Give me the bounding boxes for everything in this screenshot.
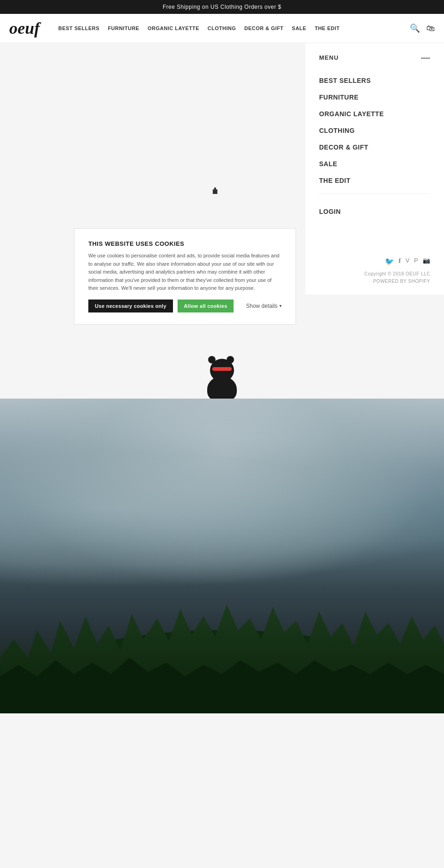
nav-furniture[interactable]: FURNITURE — [108, 25, 139, 31]
overlay-menu-header: MENU — — [319, 52, 430, 63]
cookie-buttons: Use necessary cookies only Allow all coo… — [88, 300, 282, 312]
logo[interactable]: oeuf — [9, 19, 40, 38]
nav-best-sellers[interactable]: BEST SELLERS — [58, 25, 99, 31]
header-icons: 🔍 🛍 — [410, 23, 435, 33]
twitter-icon[interactable]: 🐦 — [385, 257, 394, 266]
top-banner: Free Shipping on US Clothing Orders over… — [0, 0, 444, 14]
menu-item-best-sellers[interactable]: BEST SELLERS — [319, 72, 430, 89]
bear-area — [0, 343, 444, 399]
cookie-notice: THIS WEBSITE USES COOKIES We use cookies… — [74, 228, 296, 325]
tree-silhouette — [0, 584, 444, 713]
main-content: MENU — BEST SELLERS FURNITURE ORGANIC LA… — [0, 43, 444, 205]
allow-all-cookies-button[interactable]: Allow all cookies — [178, 300, 234, 312]
nav-clothing[interactable]: CLOTHING — [208, 25, 236, 31]
bear-glasses — [212, 367, 232, 371]
bottom-space — [0, 713, 444, 806]
menu-divider — [319, 194, 430, 194]
social-icons: 🐦 f V P 📷 — [319, 257, 430, 266]
banner-text: Free Shipping on US Clothing Orders over… — [163, 4, 281, 10]
cookie-title: THIS WEBSITE USES COOKIES — [88, 240, 282, 247]
instagram-icon[interactable]: 📷 — [423, 257, 430, 266]
nav-sale[interactable]: SALE — [292, 25, 306, 31]
menu-item-organic-layette[interactable]: ORGANIC LAYETTE — [319, 106, 430, 122]
use-necessary-cookies-button[interactable]: Use necessary cookies only — [88, 300, 173, 312]
overlay-menu: MENU — BEST SELLERS FURNITURE ORGANIC LA… — [305, 43, 444, 294]
menu-title: MENU — [319, 54, 339, 61]
bear-body — [207, 376, 237, 402]
cart-icon[interactable]: 🛍 — [426, 24, 435, 33]
menu-items-list: BEST SELLERS FURNITURE ORGANIC LAYETTE C… — [319, 72, 430, 189]
menu-item-login[interactable]: LOGIN — [319, 203, 430, 220]
nav-the-edit[interactable]: THE EDIT — [314, 25, 339, 31]
copyright: Copyright © 2018 OEUF LLC POWERED BY SHO… — [319, 270, 430, 285]
menu-item-decor-gift[interactable]: DECOR & GIFT — [319, 139, 430, 156]
fog-layer-2 — [0, 430, 444, 587]
nav-organic-layette[interactable]: ORGANIC LAYETTE — [148, 25, 199, 31]
cookie-text: We use cookies to personalise content an… — [88, 252, 282, 293]
pinterest-icon[interactable]: P — [414, 257, 418, 266]
header: oeuf BEST SELLERS FURNITURE ORGANIC LAYE… — [0, 14, 444, 43]
facebook-icon[interactable]: f — [399, 257, 401, 266]
main-nav: BEST SELLERS FURNITURE ORGANIC LAYETTE C… — [58, 25, 340, 31]
menu-close-button[interactable]: — — [421, 52, 430, 63]
bear-figure — [204, 352, 240, 399]
menu-item-clothing[interactable]: CLOTHING — [319, 122, 430, 139]
powered-by: POWERED BY SHOPIFY — [319, 278, 430, 285]
chevron-down-icon: ▾ — [279, 303, 282, 308]
show-details-button[interactable]: Show details ▾ — [246, 303, 282, 309]
menu-item-the-edit[interactable]: THE EDIT — [319, 172, 430, 189]
bear-indicator-left — [213, 187, 217, 196]
copyright-text: Copyright © 2018 OEUF LLC — [319, 270, 430, 278]
menu-item-furniture[interactable]: FURNITURE — [319, 89, 430, 106]
landscape-image — [0, 399, 444, 713]
nav-decor-gift[interactable]: DECOR & GIFT — [244, 25, 284, 31]
menu-item-sale[interactable]: SALE — [319, 156, 430, 172]
search-icon[interactable]: 🔍 — [410, 23, 420, 33]
vimeo-icon[interactable]: V — [406, 257, 410, 266]
svg-rect-1 — [214, 187, 216, 190]
menu-social-area: 🐦 f V P 📷 Copyright © 2018 OEUF LLC POWE… — [319, 257, 430, 285]
show-details-label: Show details — [246, 303, 278, 309]
